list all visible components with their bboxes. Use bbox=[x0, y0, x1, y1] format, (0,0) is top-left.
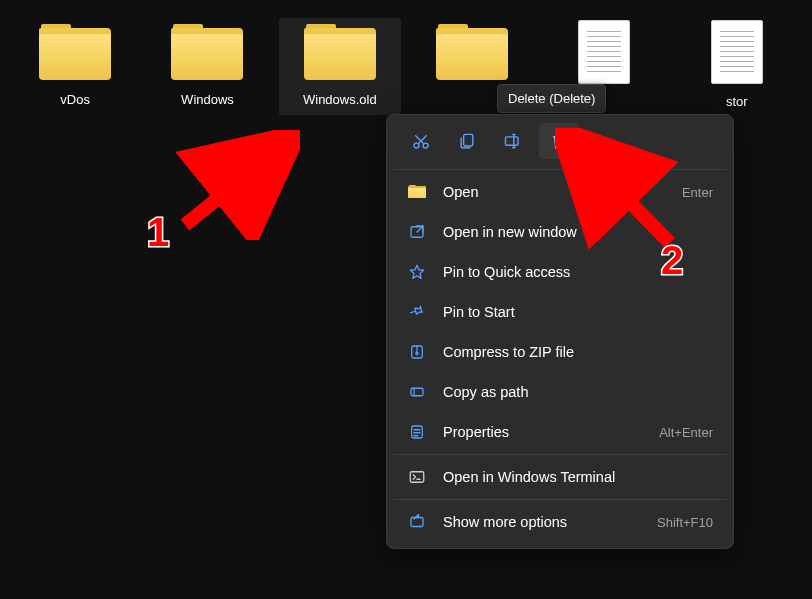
folder-icon bbox=[436, 24, 508, 82]
menu-item-properties[interactable]: PropertiesAlt+Enter bbox=[393, 412, 727, 452]
menu-item-label: Copy as path bbox=[443, 384, 528, 400]
folder-icon bbox=[171, 24, 243, 82]
menu-section-2: Show more optionsShift+F10 bbox=[393, 502, 727, 542]
folder-icon bbox=[304, 24, 376, 82]
desktop-item-5[interactable]: stor bbox=[676, 18, 798, 115]
rename-icon bbox=[503, 131, 523, 151]
menu-item-show-more-options[interactable]: Show more optionsShift+F10 bbox=[393, 502, 727, 542]
folder-icon bbox=[408, 185, 426, 199]
svg-point-1 bbox=[423, 143, 428, 148]
icon-label: vDos bbox=[60, 92, 90, 107]
svg-rect-4 bbox=[464, 134, 473, 146]
delete-button[interactable] bbox=[539, 123, 579, 159]
star-icon-wrap bbox=[407, 262, 427, 282]
rename-button[interactable] bbox=[493, 123, 533, 159]
folder-icon-wrap bbox=[407, 182, 427, 202]
menu-item-label: Pin to Start bbox=[443, 304, 515, 320]
properties-icon-wrap bbox=[407, 422, 427, 442]
file-icon bbox=[578, 20, 630, 84]
svg-point-0 bbox=[414, 143, 419, 148]
desktop-item-2[interactable]: Windows.old bbox=[279, 18, 401, 115]
menu-item-label: Properties bbox=[443, 424, 509, 440]
file-icon bbox=[711, 20, 763, 84]
svg-rect-21 bbox=[410, 472, 424, 483]
menu-item-copy-as-path[interactable]: Copy as path bbox=[393, 372, 727, 412]
desktop-item-1[interactable]: Windows bbox=[146, 18, 268, 115]
desktop-item-0[interactable]: vDos bbox=[14, 18, 136, 115]
context-menu: OpenEnterOpen in new windowPin to Quick … bbox=[386, 114, 734, 549]
menu-shortcut: Enter bbox=[682, 185, 713, 200]
menu-item-compress-to-zip-file[interactable]: Compress to ZIP file bbox=[393, 332, 727, 372]
pin-icon bbox=[408, 303, 426, 321]
svg-point-14 bbox=[416, 352, 418, 354]
delete-tooltip: Delete (Delete) bbox=[497, 84, 606, 113]
copy-button[interactable] bbox=[447, 123, 487, 159]
properties-icon bbox=[408, 423, 426, 441]
annotation-2: 2 bbox=[661, 238, 683, 283]
svg-line-24 bbox=[414, 515, 419, 520]
menu-item-label: Show more options bbox=[443, 514, 567, 530]
folder-icon bbox=[39, 24, 111, 82]
terminal-icon bbox=[408, 468, 426, 486]
copy-path-icon-wrap bbox=[407, 382, 427, 402]
menu-divider bbox=[393, 169, 727, 170]
svg-rect-5 bbox=[506, 137, 519, 145]
menu-item-label: Open in new window bbox=[443, 224, 577, 240]
new-window-icon bbox=[408, 223, 426, 241]
svg-rect-23 bbox=[411, 518, 423, 527]
more-icon-wrap bbox=[407, 512, 427, 532]
menu-section-1: Open in Windows Terminal bbox=[393, 457, 727, 497]
menu-item-open-in-windows-terminal[interactable]: Open in Windows Terminal bbox=[393, 457, 727, 497]
menu-item-label: Pin to Quick access bbox=[443, 264, 570, 280]
menu-shortcut: Shift+F10 bbox=[657, 515, 713, 530]
menu-divider bbox=[393, 454, 727, 455]
menu-item-open[interactable]: OpenEnter bbox=[393, 172, 727, 212]
icon-label: stor bbox=[726, 94, 748, 109]
star-icon bbox=[408, 263, 426, 281]
terminal-icon-wrap bbox=[407, 467, 427, 487]
zip-icon-wrap bbox=[407, 342, 427, 362]
arrow-1 bbox=[170, 130, 300, 240]
cut-button[interactable] bbox=[401, 123, 441, 159]
copy-path-icon bbox=[408, 383, 426, 401]
quick-actions-row bbox=[393, 121, 727, 167]
zip-icon bbox=[408, 343, 426, 361]
delete-icon bbox=[549, 131, 569, 151]
icon-label: Windows.old bbox=[303, 92, 377, 107]
cut-icon bbox=[411, 131, 431, 151]
annotation-1: 1 bbox=[147, 210, 169, 255]
menu-section-0: OpenEnterOpen in new windowPin to Quick … bbox=[393, 172, 727, 452]
menu-item-label: Compress to ZIP file bbox=[443, 344, 574, 360]
svg-rect-15 bbox=[411, 388, 423, 396]
svg-line-26 bbox=[185, 148, 280, 225]
copy-icon bbox=[457, 131, 477, 151]
menu-divider bbox=[393, 499, 727, 500]
new-window-icon-wrap bbox=[407, 222, 427, 242]
pin-icon-wrap bbox=[407, 302, 427, 322]
svg-marker-11 bbox=[410, 265, 424, 278]
menu-shortcut: Alt+Enter bbox=[659, 425, 713, 440]
icon-label: Windows bbox=[181, 92, 234, 107]
menu-item-pin-to-start[interactable]: Pin to Start bbox=[393, 292, 727, 332]
menu-item-label: Open in Windows Terminal bbox=[443, 469, 615, 485]
more-icon bbox=[408, 513, 426, 531]
menu-item-label: Open bbox=[443, 184, 478, 200]
